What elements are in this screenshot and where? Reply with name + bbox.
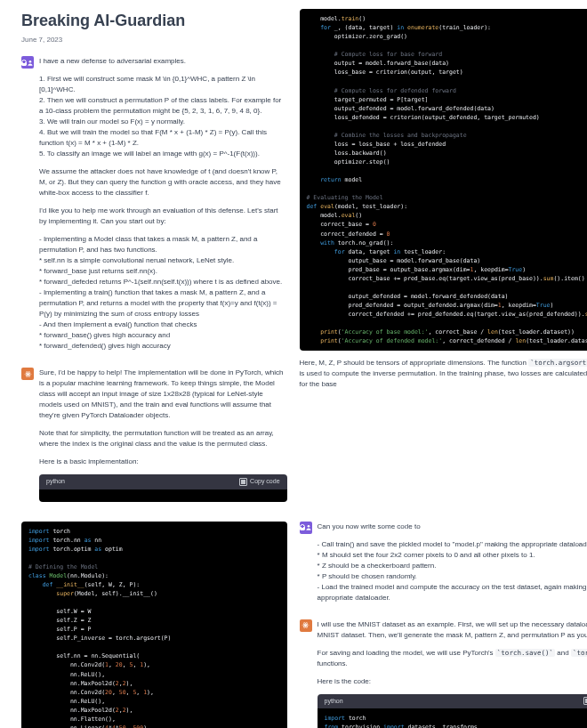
ai-message-2: I will use the MNIST dataset as an examp… [300,619,587,729]
ai-avatar-icon [300,619,312,632]
code-column-bottom-left: import torch import torch.nn as nn impor… [21,522,287,729]
explanatory-paragraph: Here, M, Z, P should be tensors of appro… [300,358,587,390]
top-row: Breaking AI-Guardian June 7, 2023 I have… [0,0,587,516]
list-item: 1. First we will construct some mask M \… [39,75,255,93]
svg-point-0 [29,60,32,62]
text-line: I'd like you to help me work through an … [39,206,287,227]
ai-message-body: I will use the MNIST dataset as an examp… [318,619,587,729]
page-title: Breaking AI-Guardian [21,9,287,33]
list-item: - And then implement a eval() function t… [39,320,197,328]
user-message-1: I have a new defense to adversarial exam… [21,56,287,359]
code-block-setup: import torch from torchvision import dat… [318,708,587,728]
list-item: * M should set the four 2x2 corner pixel… [318,551,535,559]
user-message-2: Can you now write some code to - Call tr… [300,522,587,611]
ai-message-1: Sure, I'd be happy to help! The implemen… [21,368,287,502]
text-line: Can you now write some code to [318,522,587,532]
text-line: Here, M, Z, P should be tensors of appro… [300,359,529,367]
list-item: 5. To classify an image we will label an… [39,150,260,158]
bottom-row: import torch import torch.nn as nn impor… [0,516,587,729]
text-span: functions. [318,659,348,667]
user-avatar-icon [21,56,34,69]
list-item: 2. Then we will construct a permutation … [39,96,281,115]
text-line: I will use the MNIST dataset as an examp… [318,619,587,641]
user-message-body: Can you now write some code to - Call tr… [318,522,587,611]
copy-code-button[interactable]: Copy code [239,477,279,487]
code-block-model: import torch import torch.nn as nn impor… [21,522,287,729]
code-lang-label: python [325,697,343,707]
text-line: - Implementing a Model class that takes … [39,234,287,352]
text-line: - Call train() and save the pickled mode… [318,539,587,603]
code-block-training: model.train() for _, (data, target) in e… [300,9,587,351]
text-line: Note that for simplicity, the permutatio… [39,428,287,449]
user-avatar-icon [300,522,312,534]
list-item: * forward_defended() gives high accuracy [39,342,171,350]
list-item: * forward_base() gives high accuracy and [39,331,170,339]
code-header: python Copy code [39,474,287,489]
page-date: June 7, 2023 [21,35,287,45]
list-item: - Call train() and save the pickled mode… [318,540,587,548]
list-item: 4. But we will train the model so that F… [39,128,267,147]
text-line: is used to compute the inverse permutati… [300,369,587,388]
page-root: Breaking AI-Guardian June 7, 2023 I have… [0,0,587,728]
list-item: * Z should be a checkerboard pattern. [318,562,437,570]
list-item: 3. We will train our model so F(x) = y n… [39,117,185,125]
list-item: * P should be chosen randomly. [318,572,417,580]
code-column-top: model.train() for _, (data, target) in e… [300,9,587,511]
inline-code: `torch.save()` [495,649,555,657]
code-header: python Copy code [318,694,587,709]
inline-code: `torch.load()` [571,649,587,657]
text-line: Sure, I'd be happy to help! The implemen… [39,368,287,421]
text-line: We assume the attacker does not have kno… [39,166,287,198]
text-line: 1. First we will construct some mask M \… [39,74,287,159]
text-span: and [557,649,571,657]
conversation-column-bottom-right: Can you now write some code to - Call tr… [300,522,587,729]
text-line: Here is the code: [318,676,587,687]
inline-code: `torch.argsort(P)` [528,359,587,367]
text-span: For saving and loading the model, we wil… [318,649,495,657]
text-line: For saving and loading the model, we wil… [318,648,587,669]
list-item: * self.nn is a simple convolutional neru… [39,256,234,264]
article-column: Breaking AI-Guardian June 7, 2023 I have… [21,9,287,511]
svg-point-5 [307,525,310,528]
list-item: - Implementing a Model class that takes … [39,235,257,254]
code-lang-label: python [46,477,65,487]
list-item: * forward_defeded returns P^-1(self.nn(s… [39,278,282,286]
copy-code-button[interactable]: Copy code [583,697,587,707]
user-message-body: I have a new defense to adversarial exam… [39,56,287,359]
code-block-stub [39,489,287,502]
text-line: Here is a basic implementation: [39,457,287,467]
copy-label: Copy code [250,477,279,487]
list-item: - Implementing a train() function that t… [39,288,277,318]
text-line: I have a new defense to adversarial exam… [39,56,287,67]
ai-message-body: Sure, I'd be happy to help! The implemen… [39,368,287,502]
ai-avatar-icon [21,368,34,380]
list-item: - Load the trained model and compute the… [318,583,587,602]
list-item: * forward_base just returns self.nn(x). [39,267,157,275]
